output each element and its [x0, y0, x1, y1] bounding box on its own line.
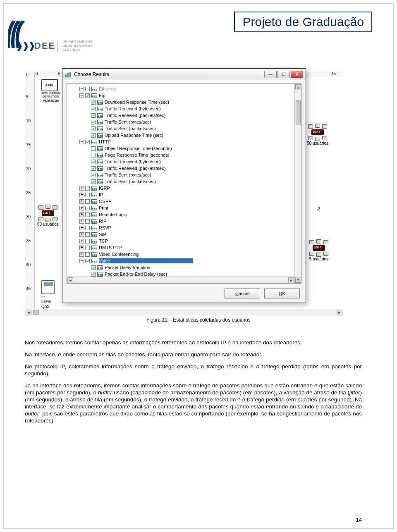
- expand-icon[interactable]: −: [79, 93, 84, 98]
- stat-icon: [91, 199, 97, 204]
- checkbox-icon[interactable]: [91, 272, 96, 277]
- scroll-left-button[interactable]: ◄: [26, 310, 31, 315]
- checkbox-icon[interactable]: [91, 179, 96, 184]
- checkbox-icon[interactable]: [85, 226, 90, 230]
- checkbox-icon[interactable]: [85, 186, 90, 191]
- tree-print[interactable]: +Print: [68, 205, 300, 211]
- checkbox-icon[interactable]: [91, 160, 96, 164]
- checkbox-icon[interactable]: [91, 265, 96, 270]
- tree-rip[interactable]: +RIP: [68, 218, 300, 224]
- checkbox-icon[interactable]: [85, 259, 90, 263]
- expand-icon[interactable]: +: [79, 219, 84, 224]
- expand-icon[interactable]: −: [79, 87, 84, 91]
- stat-icon: [91, 140, 97, 144]
- tree-voice-item[interactable]: Packet Delay Variation: [68, 264, 300, 271]
- dialog-titlebar[interactable]: Choose Results — ☐ X: [62, 69, 306, 80]
- checkbox-icon[interactable]: [85, 140, 90, 144]
- tree-video-conferencing[interactable]: +Video Conferencing: [68, 251, 300, 258]
- tree-voice[interactable]: −Voice: [68, 258, 300, 264]
- cancel-button[interactable]: Cancel: [225, 289, 260, 298]
- dialog-scrollbar-h[interactable]: ◄ ►: [67, 277, 294, 283]
- expand-icon[interactable]: +: [79, 193, 84, 197]
- checkbox-icon[interactable]: [85, 246, 90, 250]
- stat-icon: [97, 126, 103, 131]
- checkbox-icon[interactable]: [85, 87, 90, 91]
- results-tree[interactable]: −Ethernet−FtpDownload Response Time (sec…: [67, 84, 301, 284]
- maximize-button[interactable]: ☐: [277, 71, 290, 78]
- tree-ftp[interactable]: −Ftp: [68, 92, 300, 99]
- tree-rsvp[interactable]: +RSVP: [68, 224, 300, 231]
- tree-http-item[interactable]: Object Response Time (seconds): [68, 145, 300, 152]
- expand-icon[interactable]: +: [79, 252, 84, 257]
- minimize-button[interactable]: —: [264, 71, 277, 78]
- checkbox-icon[interactable]: [91, 153, 96, 157]
- tree-http-item[interactable]: Traffic Received (packets/sec): [68, 165, 300, 172]
- tree-tcp[interactable]: +TCP: [68, 238, 300, 244]
- expand-icon[interactable]: +: [79, 206, 84, 210]
- checkbox-icon[interactable]: [91, 113, 96, 118]
- expand-icon[interactable]: +: [79, 212, 84, 217]
- tree-http-item[interactable]: Traffic Sent (bytes/sec): [68, 172, 300, 178]
- dee-arcs-icon: [8, 21, 30, 48]
- tree-ftp-item[interactable]: Traffic Sent (bytes/sec): [68, 119, 300, 125]
- checkbox-icon[interactable]: [91, 120, 96, 124]
- checkbox-icon[interactable]: [85, 93, 90, 98]
- expand-icon[interactable]: +: [79, 239, 84, 243]
- checkbox-icon[interactable]: [91, 146, 96, 151]
- close-button[interactable]: X: [291, 71, 303, 78]
- checkbox-icon[interactable]: [85, 232, 90, 237]
- vtick: 0: [26, 72, 29, 77]
- canvas-scrollbar-h[interactable]: ◄ ►: [25, 309, 343, 315]
- checkbox-icon[interactable]: [85, 199, 90, 204]
- checkbox-icon[interactable]: [85, 206, 90, 210]
- expand-icon[interactable]: −: [79, 259, 84, 263]
- checkbox-icon[interactable]: [91, 133, 96, 138]
- tree-http[interactable]: −HTTP: [68, 138, 300, 145]
- scroll-thumb[interactable]: [33, 310, 39, 315]
- scroll-right-button[interactable]: ►: [288, 277, 294, 283]
- tree-ethernet[interactable]: −Ethernet: [68, 86, 300, 92]
- lan-60-label: 60 usuários: [37, 222, 59, 227]
- scroll-right-button[interactable]: ►: [337, 310, 342, 315]
- tree-ftp-item[interactable]: Download Response Time (sec): [68, 99, 300, 105]
- checkbox-icon[interactable]: [91, 100, 96, 105]
- expand-icon[interactable]: +: [79, 199, 84, 204]
- ok-button[interactable]: OK: [264, 289, 300, 298]
- tree-http-item[interactable]: Traffic Sent (packets/sec): [68, 178, 300, 185]
- choose-results-dialog: Choose Results — ☐ X −Ethernet−FtpDownlo…: [62, 68, 306, 303]
- tree-ftp-item[interactable]: Traffic Received (bytes/sec): [68, 105, 300, 112]
- tree-ftp-item[interactable]: Traffic Received (packets/sec): [68, 112, 300, 119]
- expand-icon[interactable]: +: [79, 246, 84, 250]
- tree-sip[interactable]: +SIP: [68, 231, 300, 238]
- dee-logo: ❱❱❱ DEE DEPARTAMENTO DE ENGENHARIA ELÉTR…: [13, 40, 93, 52]
- tree-ospf[interactable]: +OSPF: [68, 198, 300, 205]
- tree-http-item[interactable]: Page Response Time (seconds): [68, 152, 300, 158]
- tree-igrp[interactable]: +IGRP: [68, 185, 300, 191]
- checkbox-icon[interactable]: [91, 126, 96, 131]
- tree-ftp-item[interactable]: Traffic Sent (packets/sec): [68, 125, 300, 132]
- checkbox-icon[interactable]: [85, 212, 90, 217]
- tree-http-item[interactable]: Traffic Received (bytes/sec): [68, 158, 300, 165]
- checkbox-icon[interactable]: [91, 107, 96, 111]
- dialog-scrollbar-v[interactable]: ▲ ▼: [294, 84, 301, 283]
- tree-ip[interactable]: +IP: [68, 191, 300, 198]
- scroll-up-button[interactable]: ▲: [295, 84, 301, 90]
- application-definition-node: APPL APPLICATION DEFINITION Aplicação: [41, 79, 60, 103]
- checkbox-icon[interactable]: [91, 166, 96, 171]
- checkbox-icon[interactable]: [91, 173, 96, 177]
- scroll-thumb-v[interactable]: [296, 100, 301, 125]
- tree-umts-gtp[interactable]: +UMTS GTP: [68, 244, 300, 251]
- expand-icon[interactable]: −: [79, 140, 84, 144]
- expand-icon[interactable]: +: [79, 232, 84, 237]
- para-3: No protocolo IP, coletaremos informações…: [25, 363, 362, 377]
- expand-icon[interactable]: +: [79, 226, 84, 230]
- scroll-left-button[interactable]: ◄: [67, 277, 73, 283]
- scroll-down-button[interactable]: ▼: [295, 277, 301, 283]
- tree-remote-login[interactable]: +Remote Login: [68, 211, 300, 218]
- expand-icon[interactable]: +: [79, 186, 84, 191]
- checkbox-icon[interactable]: [85, 193, 90, 197]
- checkbox-icon[interactable]: [85, 239, 90, 243]
- checkbox-icon[interactable]: [85, 252, 90, 257]
- checkbox-icon[interactable]: [85, 219, 90, 224]
- tree-ftp-item[interactable]: Upload Response Time (sec): [68, 132, 300, 138]
